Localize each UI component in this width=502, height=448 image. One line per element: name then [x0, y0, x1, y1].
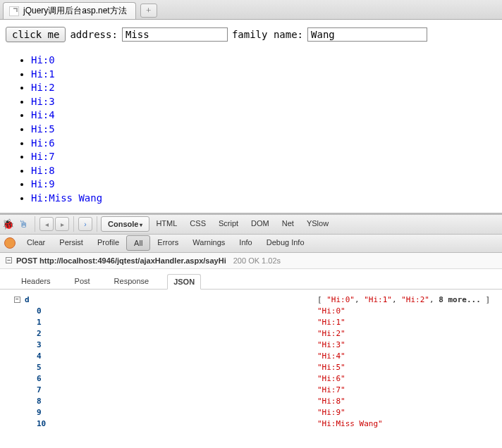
- json-item-row[interactable]: 3"Hi:3": [0, 340, 502, 351]
- panel-tab-dom[interactable]: DOM: [245, 216, 276, 232]
- request-url: http://localhost:4946/jqtest/ajaxHandler…: [39, 256, 226, 265]
- separator: [97, 216, 97, 232]
- json-key: 2: [37, 329, 42, 338]
- response-tab-post[interactable]: Post: [69, 274, 96, 290]
- json-item-row[interactable]: 9"Hi:9": [0, 408, 502, 419]
- request-method: POST: [16, 256, 37, 265]
- back-button[interactable]: ◂: [39, 217, 54, 231]
- json-key: 10: [37, 419, 46, 428]
- json-item-row[interactable]: 0"Hi:0": [0, 306, 502, 318]
- sub-button-clear[interactable]: Clear: [20, 235, 52, 251]
- address-input[interactable]: [122, 27, 228, 42]
- sub-button-errors[interactable]: Errors: [150, 235, 185, 251]
- firebug-toolbar-main: 🐞 🖱 ◂ ▸ › Console▾HTMLCSSScriptDOMNetYSl…: [0, 215, 502, 235]
- json-item-row[interactable]: 5"Hi:5": [0, 363, 502, 374]
- separator: [35, 216, 35, 232]
- json-key: 5: [37, 363, 42, 372]
- list-item: Hi:0: [31, 54, 496, 68]
- json-value: "Hi:1": [317, 318, 345, 327]
- list-item: Hi:7: [31, 150, 496, 164]
- json-viewer: − d [ "Hi:0", "Hi:1", "Hi:2", 8 more... …: [0, 290, 502, 439]
- request-status: 200 OK 1.02s: [233, 256, 281, 265]
- panel-tab-script[interactable]: Script: [212, 216, 245, 232]
- list-item: Hi:5: [31, 123, 496, 137]
- json-value: "Hi:8": [317, 397, 345, 406]
- response-tabs: HeadersPostResponseJSON: [0, 269, 502, 290]
- browser-tab-bar: jQuery调用后台asp.net方法 +: [0, 0, 502, 20]
- json-value: "Hi:4": [317, 351, 345, 361]
- list-item: Hi:2: [31, 81, 496, 95]
- list-item: Hi:6: [31, 137, 496, 151]
- json-key: 6: [37, 374, 42, 383]
- expand-icon[interactable]: −: [6, 257, 12, 263]
- response-tab-headers[interactable]: Headers: [16, 274, 56, 290]
- json-key: 8: [37, 397, 42, 406]
- json-value: "Hi:7": [317, 385, 345, 394]
- json-item-row[interactable]: 8"Hi:8": [0, 397, 502, 408]
- sub-button-info[interactable]: Info: [232, 235, 259, 251]
- json-key: d: [25, 295, 30, 304]
- json-item-row[interactable]: 7"Hi:7": [0, 385, 502, 397]
- forward-button[interactable]: ▸: [55, 217, 69, 231]
- cmd-button[interactable]: ›: [78, 217, 92, 231]
- json-value: "Hi:3": [317, 340, 345, 349]
- sub-button-persist[interactable]: Persist: [52, 235, 90, 251]
- page-icon: [9, 6, 19, 16]
- list-item: Hi:1: [31, 68, 496, 82]
- list-item: Hi:4: [31, 108, 496, 123]
- separator: [73, 216, 74, 232]
- json-item-row[interactable]: 6"Hi:6": [0, 374, 502, 385]
- json-item-row[interactable]: 4"Hi:4": [0, 351, 502, 363]
- json-key: 4: [37, 351, 42, 361]
- list-item: Hi:8: [31, 164, 496, 178]
- sub-button-warnings[interactable]: Warnings: [185, 235, 232, 251]
- family-name-label: family name:: [232, 29, 303, 40]
- list-item: Hi:Miss Wang: [31, 192, 496, 206]
- request-row[interactable]: − POST http://localhost:4946/jqtest/ajax…: [0, 253, 502, 269]
- json-value: "Hi:5": [317, 363, 345, 372]
- json-item-row[interactable]: 10"Hi:Miss Wang": [0, 419, 502, 430]
- panel-tab-html[interactable]: HTML: [149, 216, 183, 232]
- click-me-button[interactable]: click me: [6, 27, 66, 42]
- panel-tab-css[interactable]: CSS: [183, 216, 212, 232]
- panel-tab-yslow[interactable]: YSlow: [300, 216, 335, 232]
- page-content: click me address: family name: Hi:0Hi:1H…: [0, 20, 502, 213]
- break-icon[interactable]: [4, 237, 16, 249]
- json-summary: [ "Hi:0", "Hi:1", "Hi:2", 8 more... ]: [317, 295, 490, 304]
- browser-tab-active[interactable]: jQuery调用后台asp.net方法: [3, 2, 136, 19]
- panel-tab-console[interactable]: Console▾: [101, 216, 149, 232]
- sub-button-profile[interactable]: Profile: [90, 235, 126, 251]
- json-value: "Hi:0": [317, 306, 345, 316]
- json-root-row[interactable]: − d [ "Hi:0", "Hi:1", "Hi:2", 8 more... …: [0, 295, 502, 306]
- list-item: Hi:9: [31, 178, 496, 192]
- json-value: "Hi:Miss Wang": [317, 419, 383, 428]
- tab-title: jQuery调用后台asp.net方法: [23, 5, 127, 17]
- json-value: "Hi:6": [317, 374, 345, 383]
- json-value: "Hi:9": [317, 408, 345, 417]
- json-key: 3: [37, 340, 42, 349]
- json-key: 9: [37, 408, 42, 417]
- firebug-toolbar-sub: ClearPersistProfileAllErrorsWarningsInfo…: [0, 235, 502, 253]
- result-list: Hi:0Hi:1Hi:2Hi:3Hi:4Hi:5Hi:6Hi:7Hi:8Hi:9…: [6, 54, 496, 206]
- json-key: 0: [37, 306, 42, 316]
- sub-button-debug-info[interactable]: Debug Info: [259, 235, 312, 251]
- response-tab-response[interactable]: Response: [109, 274, 155, 290]
- response-tab-json[interactable]: JSON: [167, 274, 201, 290]
- inspect-icon[interactable]: 🖱: [16, 218, 31, 230]
- json-key: 1: [37, 318, 42, 327]
- firebug-icon[interactable]: 🐞: [0, 218, 16, 230]
- collapse-icon[interactable]: −: [14, 297, 20, 303]
- firebug-panel: 🐞 🖱 ◂ ▸ › Console▾HTMLCSSScriptDOMNetYSl…: [0, 213, 502, 439]
- sub-button-all[interactable]: All: [126, 235, 150, 251]
- panel-tab-net[interactable]: Net: [276, 216, 300, 232]
- json-key: 7: [37, 385, 42, 394]
- new-tab-button[interactable]: +: [140, 4, 157, 18]
- json-item-row[interactable]: 2"Hi:2": [0, 329, 502, 340]
- list-item: Hi:3: [31, 95, 496, 109]
- json-value: "Hi:2": [317, 329, 345, 338]
- family-name-input[interactable]: [307, 27, 427, 42]
- json-item-row[interactable]: 1"Hi:1": [0, 318, 502, 329]
- address-label: address:: [70, 29, 117, 40]
- form-row: click me address: family name:: [6, 27, 496, 42]
